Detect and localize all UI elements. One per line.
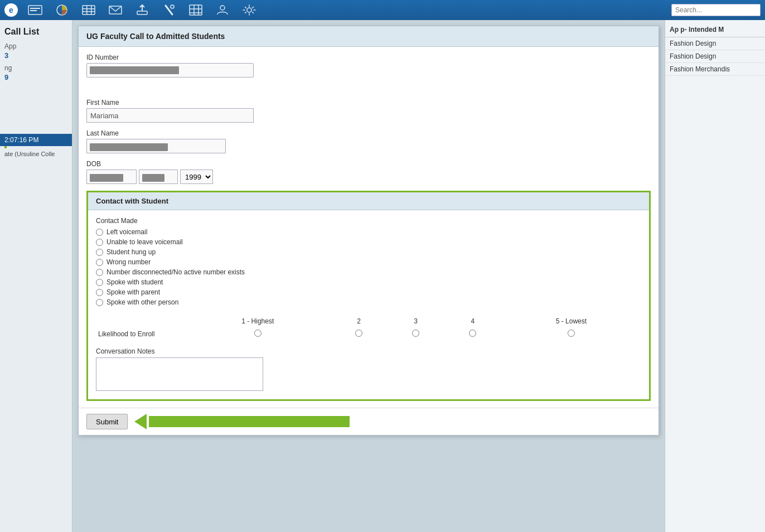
form-body: ID Number First Name [79,47,659,408]
submit-button[interactable]: Submit [86,414,128,429]
notes-section: Conversation Notes [96,347,641,393]
likelihood-radio-1[interactable] [254,330,262,337]
likelihood-col-4: 4 [444,315,501,327]
radio-student-hung-up-label: Student hung up [106,248,156,256]
app-logo: e [4,3,18,17]
toolbar-home-btn[interactable] [23,2,47,18]
radio-left-voicemail-input[interactable] [96,229,103,236]
conversation-notes-textarea[interactable] [96,357,263,391]
toolbar-table-btn[interactable] [77,2,100,18]
likelihood-radio-5[interactable] [568,330,575,337]
notes-label: Conversation Notes [96,347,641,355]
sidebar-ng-label: ng [0,63,72,73]
likelihood-row-label: Likelihood to Enroll [96,327,185,341]
toolbar-chart-btn[interactable] [50,2,74,18]
svg-rect-8 [91,6,92,14]
radio-spoke-student-label: Spoke with student [106,278,163,286]
radio-disconnected: Number disconnected/No active number exi… [96,268,641,276]
center-content: UG Faculty Call to Admitted Students ID … [72,20,665,532]
last-name-group: Last Name [86,129,651,153]
dob-group: DOB [86,160,651,184]
likelihood-col-5: 5 - Lowest [501,315,641,327]
sidebar-app-label: App [0,41,72,51]
first-name-group: First Name [86,99,651,123]
right-panel: Ap p- Intended M Fashion Design Fashion … [665,20,765,532]
contact-section: Contact with Student Contact Made Left v… [86,191,651,401]
svg-rect-2 [30,10,37,11]
search-container [671,4,761,16]
first-name-label: First Name [86,99,651,107]
contact-section-header: Contact with Student [88,192,649,210]
svg-point-18 [220,6,225,10]
radio-student-hung-up: Student hung up [96,248,641,256]
contact-body: Contact Made Left voicemail Unable to le… [88,210,649,399]
svg-point-12 [171,5,174,8]
right-panel-item-3: Fashion Merchandis [665,63,765,76]
form-title: UG Faculty Call to Admitted Students [86,32,651,41]
right-panel-item-2: Fashion Design [665,50,765,63]
id-number-group: ID Number [86,54,651,92]
likelihood-section: 1 - Highest 2 3 4 5 - Lowest [96,315,641,341]
radio-disconnected-input[interactable] [96,269,103,276]
first-name-input[interactable] [86,108,254,123]
likelihood-radio-3[interactable] [412,330,419,337]
id-number-input[interactable] [86,63,254,78]
last-name-input[interactable] [86,139,226,153]
likelihood-radio-4[interactable] [469,330,476,337]
contact-made-label: Contact Made [96,217,641,225]
svg-rect-4 [83,6,95,14]
sidebar-app-value: 3 [0,51,72,63]
svg-line-11 [166,6,172,14]
form-card: UG Faculty Call to Admitted Students ID … [78,26,659,436]
radio-unable-voicemail: Unable to leave voicemail [96,238,641,246]
sidebar-title: Call List [0,25,72,41]
dob-label: DOB [86,160,651,168]
svg-rect-7 [86,6,88,14]
toolbar-upload-btn[interactable] [130,2,154,18]
radio-left-voicemail-label: Left voicemail [106,228,147,236]
arrow-head [134,414,147,429]
toolbar-grid-btn[interactable] [184,2,207,18]
dob-month-input[interactable] [86,170,137,184]
right-panel-header: Ap p- Intended M [665,23,765,37]
toolbar-email-btn[interactable] [104,2,127,18]
svg-rect-1 [30,8,40,9]
svg-rect-13 [190,5,202,15]
radio-student-hung-up-input[interactable] [96,249,103,256]
toolbar-user-btn[interactable] [211,2,234,18]
radio-left-voicemail: Left voicemail [96,228,641,236]
radio-wrong-number-input[interactable] [96,259,103,266]
likelihood-row: Likelihood to Enroll [96,327,641,341]
radio-spoke-student-input[interactable] [96,279,103,286]
radio-unable-voicemail-label: Unable to leave voicemail [106,238,183,246]
dob-year-select[interactable]: 1999 1998 2000 [180,170,213,184]
id-number-label: ID Number [86,54,651,61]
sidebar-ng-value: 9 [0,73,72,85]
likelihood-radio-2[interactable] [355,330,362,337]
toolbar: e [0,0,765,20]
likelihood-table: 1 - Highest 2 3 4 5 - Lowest [96,315,641,341]
contact-section-title: Contact with Student [96,197,641,205]
radio-spoke-other: Spoke with other person [96,298,641,306]
sidebar: Call List App 3 ng 9 2:07:16 PM ate (Urs… [0,20,72,532]
last-name-label: Last Name [86,129,651,137]
radio-spoke-parent: Spoke with parent [96,288,641,296]
radio-spoke-parent-input[interactable] [96,289,103,296]
radio-spoke-student: Spoke with student [96,278,641,286]
form-scroll-area[interactable]: ID Number First Name [79,47,659,408]
radio-wrong-number: Wrong number [96,258,641,266]
svg-rect-5 [83,8,95,9]
radio-spoke-other-label: Spoke with other person [106,298,178,306]
form-header: UG Faculty Call to Admitted Students [79,26,659,47]
arrow-body [149,416,350,427]
submit-row: Submit [79,408,659,435]
radio-spoke-other-input[interactable] [96,299,103,306]
toolbar-tools-btn[interactable] [157,2,181,18]
search-input[interactable] [671,4,761,16]
svg-point-19 [247,8,251,12]
radio-unable-voicemail-input[interactable] [96,239,103,246]
likelihood-col-2: 2 [331,315,388,327]
toolbar-settings-btn[interactable] [238,2,261,18]
green-arrow [134,414,350,429]
dob-day-input[interactable] [139,170,178,184]
